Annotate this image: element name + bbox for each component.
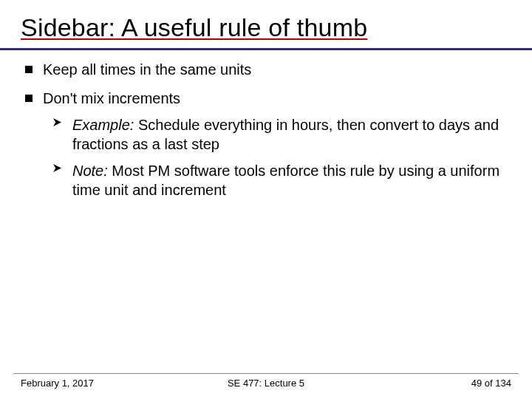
footer-date: February 1, 2017 bbox=[21, 378, 184, 389]
bullet-item: Keep all times in the same units bbox=[25, 61, 511, 79]
svg-marker-1 bbox=[53, 164, 61, 172]
slide: Sidebar: A useful rule of thumb Keep all… bbox=[0, 0, 532, 399]
square-bullet-icon bbox=[25, 66, 33, 73]
footer: February 1, 2017 SE 477: Lecture 5 49 of… bbox=[0, 378, 532, 389]
arrow-bullet-icon bbox=[53, 164, 65, 172]
sub-bullet-list: Example: Schedule everything in hours, t… bbox=[53, 115, 511, 200]
footer-course: SE 477: Lecture 5 bbox=[184, 378, 347, 389]
svg-marker-0 bbox=[53, 118, 61, 126]
sub-bullet-lead: Example: bbox=[72, 117, 134, 133]
sub-bullet-lead: Note: bbox=[72, 163, 108, 179]
sub-bullet-rest: Most PM software tools enforce this rule… bbox=[72, 163, 499, 198]
footer-rule bbox=[13, 373, 519, 374]
sub-bullet-rest: Schedule everything in hours, then conve… bbox=[72, 117, 499, 152]
title-rule bbox=[0, 48, 532, 50]
footer-page: 49 of 134 bbox=[348, 378, 511, 389]
sub-bullet-item: Example: Schedule everything in hours, t… bbox=[53, 115, 511, 154]
bullet-item: Don't mix increments bbox=[25, 89, 511, 108]
content-area: Keep all times in the same units Don't m… bbox=[21, 61, 511, 200]
bullet-text: Don't mix increments bbox=[43, 89, 180, 108]
arrow-bullet-icon bbox=[53, 118, 65, 126]
slide-title: Sidebar: A useful rule of thumb bbox=[21, 13, 511, 47]
sub-bullet-text: Note: Most PM software tools enforce thi… bbox=[72, 161, 511, 200]
bullet-text: Keep all times in the same units bbox=[43, 61, 251, 79]
square-bullet-icon bbox=[25, 95, 33, 102]
sub-bullet-text: Example: Schedule everything in hours, t… bbox=[72, 115, 511, 154]
sub-bullet-item: Note: Most PM software tools enforce thi… bbox=[53, 161, 511, 200]
